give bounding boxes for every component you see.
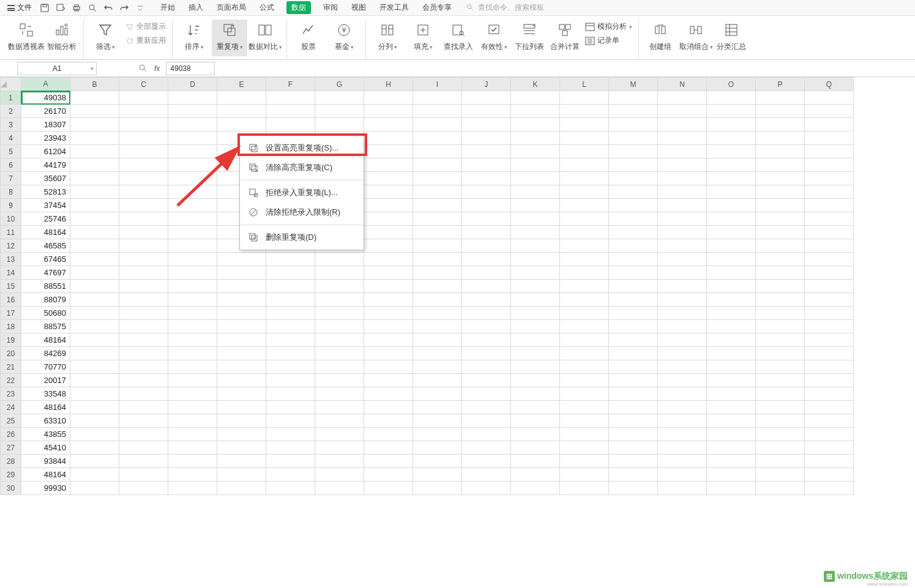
- cell[interactable]: [756, 172, 805, 185]
- group-button[interactable]: 创建组: [643, 20, 678, 56]
- cell[interactable]: [364, 91, 413, 105]
- cell[interactable]: [70, 226, 119, 239]
- cell[interactable]: [462, 91, 511, 105]
- cell[interactable]: [70, 172, 119, 185]
- cell[interactable]: [315, 401, 364, 414]
- cell[interactable]: [168, 239, 217, 253]
- cell[interactable]: [658, 132, 707, 145]
- cell[interactable]: [266, 360, 315, 374]
- row-header[interactable]: 4: [1, 132, 21, 145]
- cell[interactable]: [217, 91, 266, 105]
- cell[interactable]: [364, 320, 413, 333]
- cell[interactable]: [217, 401, 266, 414]
- cell[interactable]: [805, 118, 854, 132]
- row-header[interactable]: 28: [1, 455, 21, 468]
- cell[interactable]: [119, 199, 168, 212]
- row-header[interactable]: 2: [1, 105, 21, 118]
- row-header[interactable]: 3: [1, 118, 21, 132]
- cell[interactable]: [756, 226, 805, 239]
- cell[interactable]: [756, 468, 805, 482]
- cell[interactable]: [70, 307, 119, 320]
- cell[interactable]: [707, 307, 756, 320]
- cell[interactable]: [658, 401, 707, 414]
- cell[interactable]: [413, 172, 462, 185]
- cell[interactable]: [70, 293, 119, 307]
- cell[interactable]: [70, 239, 119, 253]
- cell[interactable]: [658, 387, 707, 401]
- cell[interactable]: [609, 158, 658, 172]
- cell[interactable]: [560, 266, 609, 280]
- cell[interactable]: [609, 401, 658, 414]
- sort-button[interactable]: 排序▾: [176, 20, 212, 56]
- cell[interactable]: [560, 145, 609, 158]
- cell[interactable]: [462, 132, 511, 145]
- cell[interactable]: [364, 441, 413, 455]
- cell[interactable]: [560, 347, 609, 360]
- row-header[interactable]: 18: [1, 320, 21, 333]
- cell[interactable]: [266, 347, 315, 360]
- menu-clear-highlight[interactable]: 清除高亮重复项(C): [240, 158, 364, 177]
- cell[interactable]: [609, 253, 658, 266]
- cell[interactable]: [707, 185, 756, 199]
- whatif-button[interactable]: 模拟分析▾: [583, 21, 635, 32]
- cell[interactable]: [609, 91, 658, 105]
- cell[interactable]: [119, 239, 168, 253]
- cell[interactable]: [609, 132, 658, 145]
- cell[interactable]: [70, 132, 119, 145]
- cell[interactable]: [315, 347, 364, 360]
- cell[interactable]: [609, 307, 658, 320]
- cell[interactable]: [266, 266, 315, 280]
- cell[interactable]: [217, 468, 266, 482]
- cell[interactable]: [707, 482, 756, 495]
- cell[interactable]: [462, 158, 511, 172]
- smart-analysis-button[interactable]: 智能分析: [44, 20, 80, 56]
- cell[interactable]: [756, 387, 805, 401]
- cell[interactable]: [707, 401, 756, 414]
- cell[interactable]: [168, 320, 217, 333]
- fund-button[interactable]: ¥基金▾: [326, 20, 362, 56]
- cell[interactable]: [413, 482, 462, 495]
- cell[interactable]: [217, 293, 266, 307]
- cell[interactable]: [609, 226, 658, 239]
- cell[interactable]: 37454: [21, 199, 70, 212]
- cell[interactable]: [364, 374, 413, 387]
- cell[interactable]: [168, 333, 217, 347]
- cell[interactable]: [805, 105, 854, 118]
- cell[interactable]: [462, 266, 511, 280]
- cell[interactable]: [560, 482, 609, 495]
- cell[interactable]: [119, 118, 168, 132]
- cell[interactable]: [511, 172, 560, 185]
- cell[interactable]: [168, 374, 217, 387]
- cell[interactable]: [119, 105, 168, 118]
- row-header[interactable]: 1: [1, 91, 21, 105]
- cell[interactable]: [364, 347, 413, 360]
- cell[interactable]: [315, 333, 364, 347]
- cell[interactable]: [462, 293, 511, 307]
- cell[interactable]: [315, 293, 364, 307]
- cell[interactable]: [707, 280, 756, 293]
- cell[interactable]: [119, 455, 168, 468]
- cell[interactable]: [168, 482, 217, 495]
- cell[interactable]: [168, 468, 217, 482]
- cell[interactable]: [364, 158, 413, 172]
- cell[interactable]: [756, 333, 805, 347]
- menu-reject-duplicates[interactable]: 拒绝录入重复项(L)...: [240, 183, 364, 203]
- cell[interactable]: [609, 185, 658, 199]
- cell[interactable]: [462, 239, 511, 253]
- cell[interactable]: [511, 307, 560, 320]
- cell[interactable]: [364, 280, 413, 293]
- cell[interactable]: [462, 145, 511, 158]
- cell[interactable]: [217, 428, 266, 441]
- cell[interactable]: 18307: [21, 118, 70, 132]
- cell[interactable]: [315, 253, 364, 266]
- cell[interactable]: [658, 118, 707, 132]
- cell[interactable]: [119, 401, 168, 414]
- cell[interactable]: [658, 360, 707, 374]
- row-header[interactable]: 16: [1, 293, 21, 307]
- cell[interactable]: [168, 266, 217, 280]
- cell[interactable]: [609, 105, 658, 118]
- consolidate-button[interactable]: 合并计算: [547, 20, 583, 56]
- cell[interactable]: [511, 132, 560, 145]
- cell[interactable]: [707, 374, 756, 387]
- cell[interactable]: [168, 360, 217, 374]
